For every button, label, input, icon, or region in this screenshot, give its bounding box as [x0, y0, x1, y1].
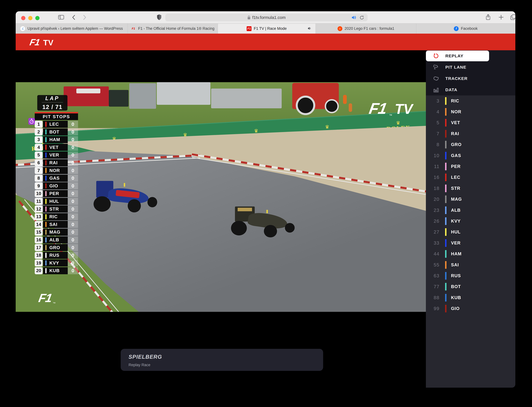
driver-list-item[interactable]: 23 ALB: [426, 205, 515, 216]
pit-stop-count: 0: [68, 190, 78, 197]
tab-title: Facebook: [461, 26, 478, 31]
browser-tab[interactable]: F1 F1 - The Official Home of Formula 1® …: [128, 23, 218, 34]
pit-stop-row: 2 BOT 0: [35, 128, 78, 135]
driver-list-item[interactable]: 55 SAI: [426, 259, 515, 270]
team-color-bar: [445, 152, 447, 159]
tab-audio-icon[interactable]: [351, 15, 357, 20]
team-color-bar: [445, 305, 447, 312]
new-tab-icon[interactable]: [499, 14, 504, 20]
pit-stop-count: 0: [68, 151, 78, 159]
driver-list-item[interactable]: 33 VER: [426, 237, 515, 248]
lap-value: 12 / 71: [42, 104, 62, 110]
driver-list-item[interactable]: 26 KVY: [426, 216, 515, 227]
browser-tab[interactable]: ☺ 2020 Lego F1 cars : formula1: [316, 23, 416, 34]
driver-code: STR: [451, 186, 460, 191]
driver-list-item[interactable]: 44 HAM: [426, 248, 515, 259]
driver-list-item[interactable]: 16 LEC: [426, 172, 515, 183]
driver-code: NOR: [451, 109, 461, 114]
driver-code: STR: [49, 206, 59, 212]
team-color-bar: [445, 283, 447, 290]
pit-stop-count: 0: [68, 128, 78, 135]
browser-tab[interactable]: F1 F1 TV | Race Mode: [218, 23, 316, 34]
menu-item-tracker[interactable]: TRACKER: [426, 73, 515, 84]
position-badge: 20: [35, 267, 43, 274]
url-bar[interactable]: f1tv.formula1.com: [165, 14, 368, 21]
driver-list-item[interactable]: 4 NOR: [426, 106, 515, 117]
rolex-crown-icon: ♛: [325, 124, 329, 129]
lock-icon: [247, 15, 251, 20]
driver-code: RIC: [451, 98, 459, 103]
haas-car: [231, 205, 297, 240]
driver-list-item[interactable]: 10 GAS: [426, 150, 515, 161]
pit-stop-row: 3 HAM 0: [35, 136, 78, 143]
pit-stop-count: 0: [68, 167, 78, 174]
driver-list-item[interactable]: 7 RAI: [426, 128, 515, 139]
driver-code: ALB: [451, 208, 461, 213]
position-badge: 5: [35, 151, 43, 159]
driver-code: GIO: [49, 183, 58, 188]
driver-code: RAI: [451, 131, 459, 136]
pit-stop-row: 5 VER 0: [35, 151, 78, 159]
back-button[interactable]: [72, 15, 76, 20]
team-color-bar: [45, 230, 46, 235]
driver-number: 8: [426, 142, 440, 147]
position-badge: 6: [35, 159, 43, 166]
marshal: [349, 103, 352, 112]
driver-code: SAI: [49, 222, 57, 227]
team-color-bar: [45, 245, 46, 250]
driver-code: KUB: [49, 268, 60, 273]
browser-tab[interactable]: ℒ Upravit příspěvek ‹ Letem světem Apple…: [16, 23, 128, 34]
driver-list-item[interactable]: 99 GIO: [426, 303, 515, 314]
team-color-bar: [445, 108, 447, 116]
driver-list-item[interactable]: 5 VET: [426, 117, 515, 128]
gray-trailer: [129, 83, 156, 109]
reload-icon[interactable]: [359, 15, 364, 20]
truck-stripe: [76, 88, 100, 93]
driver-list-item[interactable]: 8 GRO: [426, 139, 515, 150]
share-icon[interactable]: [486, 14, 491, 20]
replay-icon: [433, 53, 440, 59]
toro-rosso-car: [94, 179, 159, 215]
minimize-window-button[interactable]: [28, 16, 32, 20]
menu-item-pit-lane[interactable]: PIT LANE: [426, 62, 515, 73]
tracker-track-icon: [433, 76, 440, 81]
driver-list-item[interactable]: 88 KUB: [426, 292, 515, 303]
forward-button[interactable]: [83, 15, 86, 20]
position-badge: 2: [35, 128, 43, 135]
pit-stop-count: 0: [68, 121, 78, 128]
driver-list-item[interactable]: 77 BOT: [426, 281, 515, 292]
driver-number: 5: [426, 120, 440, 125]
position-badge: 4: [35, 144, 43, 151]
tab-overview-icon[interactable]: [510, 14, 515, 20]
driver-list-item[interactable]: 11 PER: [426, 161, 515, 172]
f1-watermark: F1 ™: [39, 291, 56, 305]
rolex-crown-icon: ♛: [254, 128, 258, 133]
menu-item-replay[interactable]: REPLAY: [426, 51, 489, 61]
team-color-bar: [45, 153, 46, 158]
driver-number: 16: [426, 175, 440, 180]
stopwatch-icon: [28, 118, 35, 125]
driver-list-item[interactable]: 20 MAG: [426, 194, 515, 205]
driver-code: HUL: [451, 229, 461, 235]
privacy-shield-icon[interactable]: [157, 14, 162, 20]
zoom-window-button[interactable]: [35, 16, 39, 20]
driver-list-item[interactable]: 18 STR: [426, 183, 515, 194]
team-color-bar: [445, 196, 447, 203]
menu-item-data[interactable]: DATA: [426, 84, 515, 95]
pit-stop-count: 0: [68, 136, 78, 143]
browser-tab[interactable]: f Facebook: [416, 23, 515, 34]
driver-list-item[interactable]: 3 RIC: [426, 95, 515, 106]
driver-code: HAM: [451, 251, 462, 257]
tab-speaker-icon[interactable]: [308, 26, 312, 30]
f1tv-logo[interactable]: F1 TV: [30, 37, 53, 47]
session-subtitle: Replay Race: [129, 363, 323, 367]
sidebar-toggle-icon[interactable]: [58, 14, 64, 20]
pit-stop-count: 0: [68, 182, 78, 189]
rolex-crown-icon: ♛: [396, 120, 400, 125]
close-window-button[interactable]: [21, 16, 25, 20]
position-badge: 18: [35, 252, 43, 259]
driver-list-item[interactable]: 27 HUL: [426, 227, 515, 237]
driver-code: GAS: [451, 153, 461, 158]
driver-list-item[interactable]: 63 RUS: [426, 270, 515, 281]
sidebar-menu: REPLAY PIT LANE TRACKER DATA: [426, 50, 515, 95]
